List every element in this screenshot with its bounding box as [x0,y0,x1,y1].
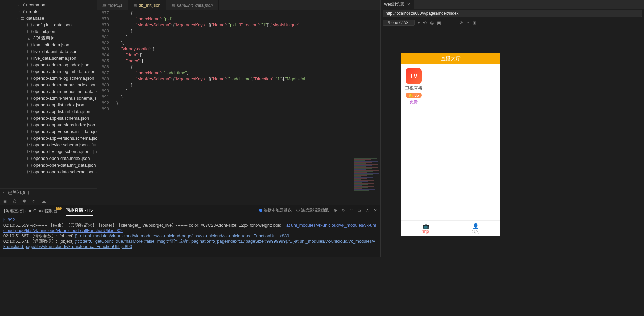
bell-icon: 🔔 [408,93,413,98]
file-icon: {•} [27,170,32,174]
phone-tab-label: 直播 [422,229,430,234]
console-tool-icon[interactable]: ⊕ [334,208,337,213]
file-JQL查询.jql[interactable]: ⌕JQL查询.jql [0,35,97,41]
file-live_data.schema.json[interactable]: { }live_data.schema.json [0,55,97,61]
settings-icon[interactable]: ✱ [22,199,26,204]
console-src-link[interactable]: at uni_modules/vk-unicloud/vk_modules/vk… [78,233,289,238]
file-icon: { } [27,49,32,54]
file-icon: ▤ [133,3,137,7]
file-opendb-admin-menus.init_data.json[interactable]: { }opendb-admin-menus.init_data.json [0,88,97,95]
file-icon: { } [27,129,32,134]
cloud-icon[interactable]: ☁ [42,199,46,204]
console-tab-h5[interactable]: 闲趣直播 - H5 [66,207,93,216]
minimap[interactable] [354,10,380,205]
live-channel-card[interactable]: TV 卫视直播 🔔 36 免费 [405,68,422,105]
screenshot-icon[interactable]: ▣ [437,20,441,25]
console-tab-unicloud[interactable]: [闲趣直播] - uniCloud控制台 20 [4,208,58,216]
folder-database[interactable]: ⌄🗀database [0,15,97,21]
file-icon: { } [27,156,32,161]
sidebar-action-bar: ▣ ⌬ ✱ ↻ ☁ [0,197,97,205]
file-opendb-app-versions.init_data.json[interactable]: { }opendb-app-versions.init_data.json [0,128,97,135]
url-input[interactable] [383,10,642,17]
home-icon[interactable]: ⌂ [467,20,469,25]
badge-count: 36 [414,93,419,98]
code-area[interactable]: { "IndexName": "pid", "MgoKeySchema": {"… [112,10,380,205]
sync-icon[interactable]: ↻ [32,199,36,204]
console-link[interactable]: js:892 [3,217,15,222]
folder-icon: 🗀 [20,16,25,21]
file-opendb-open-data.init_data.json[interactable]: { }opendb-open-data.init_data.json [0,162,97,168]
file-opendb-open-data.schema.json[interactable]: {•}opendb-open-data.schema.json- [uni- [0,168,97,175]
file-opendb-app-list.index.json[interactable]: { }opendb-app-list.index.json [0,101,97,108]
radio-remote-cloud[interactable]: 连接云端云函数 [296,207,329,213]
folder-icon: 🗀 [22,9,27,14]
phone-tab-live[interactable]: 📺 直播 [401,221,451,236]
editor-tab-index.js[interactable]: ▤index.js [97,0,128,10]
refresh-icon[interactable]: ⟳ [460,20,463,25]
closed-projects-row[interactable]: › 已关闭项目 [0,188,97,196]
phone-page-body[interactable]: TV 卫视直播 🔔 36 免费 [401,64,500,220]
file-kami.init_data.json[interactable]: { }kami.init_data.json [0,41,97,48]
file-opendb-open-data.index.json[interactable]: { }opendb-open-data.index.json [0,155,97,162]
tv-tab-icon: 📺 [423,223,429,229]
file-live_data.init_data.json[interactable]: { }live_data.init_data.json [0,48,97,55]
forward-icon[interactable]: → [452,20,456,25]
file-icon: { } [27,103,32,107]
file-opendb-admin-log.index.json[interactable]: { }opendb-admin-log.index.json [0,61,97,68]
file-icon: { } [27,109,32,114]
file-icon: { } [27,136,32,140]
console-object-link[interactable]: {"code":0,"getCount":true,"hasMore":fals… [75,239,295,244]
card-caption: 卫视直播 [405,85,422,91]
tab-label: kami.init_data.json [177,3,213,8]
console-tool-icon[interactable]: ↺ [342,208,345,213]
chevron-icon: ⌄ [15,16,18,20]
file-opendb-admin-log.schema.json[interactable]: { }opendb-admin-log.schema.json [0,75,97,81]
closed-projects-label: 已关闭项目 [8,190,30,196]
file-icon: { } [27,116,32,120]
rotate-icon[interactable]: ⟲ [423,20,427,25]
browser-tab[interactable]: Web浏览器 ✕ [381,0,414,9]
file-icon: { } [27,69,32,74]
console-toolbar: 连接本地云函数 连接云端云函数 ⊕ ↺ ▢ ⇲ ∧ ✕ [259,207,377,213]
line-gutter: 8778788798808818828838848858868878888898… [97,10,112,205]
file-opendb-admin-menus.index.json[interactable]: { }opendb-admin-menus.index.json [0,81,97,88]
file-opendb-frv-logs.schema.json[interactable]: {•}opendb-frv-logs.schema.json- [uni-id- [0,148,97,155]
file-explorer: ›🗀common›🗀router⌄🗀database{ }config.init… [0,0,97,205]
device-select[interactable]: iPhone 6/7/8 [383,20,415,26]
file-opendb-device.schema.json[interactable]: {•}opendb-device.schema.json- [uni-id-p [0,141,97,148]
console-src-link[interactable]: at uni_modules/vk-unicloud/vk_modules/vk… [3,223,376,233]
editor-tab-kami.init_data.json[interactable]: ▤kami.init_data.json [166,0,219,10]
file-opendb-app-list.init_data.json[interactable]: { }opendb-app-list.init_data.json [0,108,97,115]
folder-router[interactable]: ›🗀router [0,8,97,15]
gear-icon[interactable]: ◎ [430,20,434,25]
file-config.init_data.json[interactable]: { }config.init_data.json [0,21,97,28]
console-close-icon[interactable]: ✕ [374,208,377,213]
folder-common[interactable]: ›🗀common [0,1,97,8]
file-db_init.json[interactable]: { }db_init.json [0,28,97,35]
file-icon: { } [27,76,32,80]
lock-icon[interactable]: ⊞ [473,20,476,25]
file-icon: { } [27,63,32,67]
file-opendb-app-versions.schema.json[interactable]: { }opendb-app-versions.schema.json [0,135,97,141]
phone-tab-mine[interactable]: 👤 我的 [451,221,500,236]
file-icon: { } [27,96,32,100]
console-tool-icon[interactable]: ▢ [350,208,353,213]
radio-local-cloud[interactable]: 连接本地云函数 [259,207,292,213]
file-opendb-app-versions.index.json[interactable]: { }opendb-app-versions.index.json [0,121,97,128]
card-badge: 🔔 36 [406,93,421,98]
console-object-link[interactable]: {} [75,233,78,238]
bug-icon[interactable]: ⌬ [13,199,16,204]
file-opendb-app-list.schema.json[interactable]: { }opendb-app-list.schema.json [0,115,97,121]
editor-tab-db_init.json[interactable]: ▤db_init.json [128,0,166,10]
web-browser-panel: Web浏览器 ✕ iPhone 6/7/8 ▾ ⟲ ◎ ▣ ← → ⟳ ⌂ ⊞ … [380,0,644,257]
console-output[interactable]: js:89202:10:51.659 %c-------- 【结束】【云函数请求… [0,216,380,257]
console-panel: [闲趣直播] - uniCloud控制台 20 闲趣直播 - H5 连接本地云函… [0,205,380,257]
back-icon[interactable]: ← [444,20,449,25]
terminal-icon[interactable]: ▣ [3,199,7,204]
console-tool-icon[interactable]: ⇲ [358,208,361,213]
file-opendb-admin-menus.schema.json[interactable]: { }opendb-admin-menus.schema.json [0,95,97,101]
close-icon[interactable]: ✕ [407,2,410,7]
file-icon: { } [27,23,32,27]
file-opendb-admin-log.init_data.json[interactable]: { }opendb-admin-log.init_data.json [0,68,97,75]
console-tool-icon[interactable]: ∧ [366,208,369,213]
